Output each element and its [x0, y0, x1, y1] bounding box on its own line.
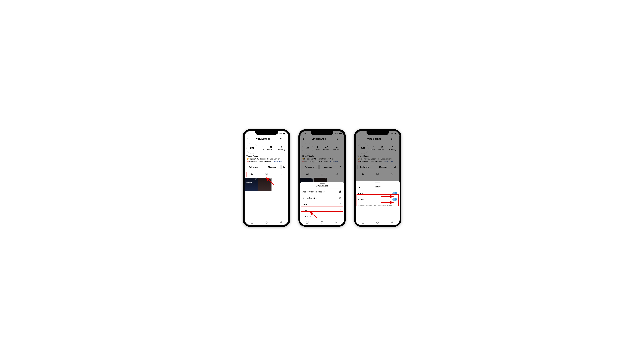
bio-name: Virtual Banda — [246, 155, 286, 158]
notch — [256, 131, 278, 135]
network-speed: 363 B/s — [279, 133, 282, 134]
mute-posts-row: Posts — [356, 190, 400, 196]
tab-grid[interactable] — [244, 171, 259, 177]
profile-header: virtualbanda — [244, 136, 288, 142]
chevron-right-icon — [340, 203, 342, 206]
circle-star-icon — [339, 190, 342, 193]
android-nav — [356, 220, 400, 225]
svg-rect-4 — [251, 173, 253, 175]
sheet-row-restrict[interactable]: Restrict — [300, 207, 344, 214]
sheet-row-close-friends[interactable]: Add to Close Friends list — [300, 189, 344, 195]
post-thumbnail[interactable] — [258, 177, 272, 191]
nav-back-icon[interactable] — [391, 221, 393, 224]
bio: Virtual Banda 🏆Helping YOU Become the Be… — [244, 154, 288, 163]
sheet-row-unfollow[interactable]: Unfollow — [300, 214, 344, 220]
notch — [366, 131, 389, 135]
notch — [311, 131, 333, 135]
battery-icon — [283, 133, 286, 134]
chevron-down-icon — [259, 166, 260, 168]
mute-posts-toggle[interactable] — [392, 192, 397, 195]
nav-recent-icon[interactable] — [306, 221, 308, 224]
nav-recent-icon[interactable] — [251, 221, 253, 224]
bio-hashtag[interactable]: #Motivation — [273, 160, 282, 162]
reel-icon — [256, 178, 257, 180]
nav-home-icon[interactable] — [265, 221, 268, 224]
dim-overlay — [356, 131, 400, 186]
bio-line2: Self Development & Business — [249, 160, 273, 162]
nav-home-icon[interactable] — [376, 221, 378, 224]
bio-line1: Helping YOU Become the Best Version! — [249, 158, 280, 160]
svg-point-2 — [285, 140, 286, 140]
star-icon — [339, 197, 342, 200]
svg-point-1 — [285, 139, 286, 139]
sheet-row-mute[interactable]: Mute — [300, 201, 344, 207]
mute-stories-label: Stories — [358, 198, 365, 201]
posts-grid: LIFE IS SHORT — [244, 177, 288, 191]
stat-followers[interactable]: 47Followe… — [267, 146, 274, 150]
following-button[interactable]: Following — [246, 165, 263, 169]
mute-stories-row: Stories — [356, 196, 400, 203]
sheet-title: virtualbanda — [300, 185, 344, 189]
dim-overlay — [300, 131, 344, 186]
svg-point-0 — [285, 138, 286, 138]
nav-back-icon[interactable] — [280, 221, 282, 224]
sheet-handle[interactable] — [320, 183, 324, 184]
sheet-row-favorites[interactable]: Add to favorites — [300, 195, 344, 201]
nav-back-icon[interactable] — [336, 221, 338, 224]
phone-2: 3:37 72 B/s virtualbanda VB 2Posts 47Fol… — [298, 129, 346, 227]
more-icon[interactable] — [284, 137, 286, 141]
sheet-handle[interactable] — [375, 182, 380, 183]
tab-reels[interactable] — [259, 171, 274, 177]
following-sheet: virtualbanda Add to Close Friends list A… — [300, 182, 344, 225]
nav-home-icon[interactable] — [321, 221, 323, 224]
android-nav — [300, 220, 344, 225]
phone-3: 3:38 494 B/s virtualbanda VB 2Posts 47Fo… — [354, 129, 401, 227]
reel-icon — [269, 178, 271, 180]
avatar[interactable]: VB — [246, 143, 257, 154]
message-button[interactable]: Message — [264, 165, 281, 169]
svg-point-3 — [284, 166, 284, 167]
profile-tabs — [244, 171, 288, 177]
android-nav — [244, 220, 288, 225]
svg-rect-5 — [266, 173, 268, 175]
profile-top: VB 2Posts 47Followe… 6Following — [244, 142, 288, 154]
nav-recent-icon[interactable] — [362, 221, 364, 224]
chevron-right-icon — [340, 209, 342, 212]
add-user-button[interactable] — [282, 165, 287, 169]
mute-stories-toggle[interactable] — [392, 198, 397, 201]
stat-posts[interactable]: 2Posts — [260, 146, 264, 150]
profile-username: virtualbanda — [249, 137, 278, 140]
mute-sheet: Mute Posts Stories Instagram won't let t… — [356, 181, 400, 225]
phone-1: 3:37 363 B/s virtualbanda VB 2Posts 47Fo… — [243, 129, 290, 227]
bell-icon[interactable] — [279, 137, 283, 141]
post-thumbnail[interactable]: LIFE IS SHORT — [244, 177, 258, 191]
tab-tagged[interactable] — [274, 171, 288, 177]
sheet-title: Mute — [359, 186, 398, 188]
stat-following[interactable]: 6Following — [278, 146, 285, 150]
svg-point-7 — [281, 174, 281, 174]
mute-posts-label: Posts — [358, 192, 364, 195]
mute-hint: Instagram won't let them know you muted … — [356, 203, 400, 208]
